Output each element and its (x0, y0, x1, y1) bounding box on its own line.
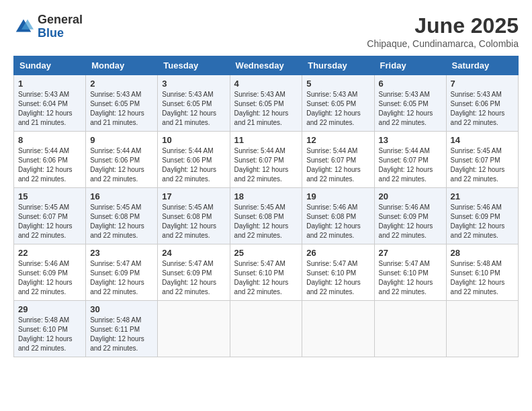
day-number: 16 (90, 191, 153, 201)
logo: General Blue (13, 13, 83, 40)
day-info: Sunrise: 5:47 AM Sunset: 6:09 PM Dayligh… (162, 259, 225, 297)
day-number: 14 (451, 135, 514, 145)
calendar-day-cell: 10 Sunrise: 5:44 AM Sunset: 6:06 PM Dayl… (158, 132, 230, 188)
location-title: Chipaque, Cundinamarca, Colombia (367, 38, 519, 49)
calendar-day-cell: 14 Sunrise: 5:45 AM Sunset: 6:07 PM Dayl… (446, 132, 518, 188)
day-number: 13 (379, 135, 442, 145)
day-of-week-header: Sunday (14, 56, 86, 75)
calendar-day-cell: 7 Sunrise: 5:43 AM Sunset: 6:06 PM Dayli… (446, 75, 518, 132)
calendar-day-cell: 27 Sunrise: 5:47 AM Sunset: 6:10 PM Dayl… (374, 244, 446, 301)
day-info: Sunrise: 5:45 AM Sunset: 6:08 PM Dayligh… (90, 203, 153, 240)
day-info: Sunrise: 5:43 AM Sunset: 6:05 PM Dayligh… (306, 90, 369, 128)
day-number: 17 (162, 191, 225, 201)
day-info: Sunrise: 5:46 AM Sunset: 6:09 PM Dayligh… (451, 203, 514, 240)
day-number: 22 (18, 248, 81, 258)
calendar-day-cell: 11 Sunrise: 5:44 AM Sunset: 6:07 PM Dayl… (230, 132, 302, 188)
day-number: 15 (18, 191, 81, 201)
calendar-day-cell: 26 Sunrise: 5:47 AM Sunset: 6:10 PM Dayl… (302, 244, 374, 301)
day-number: 25 (234, 248, 298, 258)
day-number: 7 (451, 79, 514, 89)
day-info: Sunrise: 5:44 AM Sunset: 6:07 PM Dayligh… (379, 146, 442, 184)
calendar-day-cell (230, 301, 302, 357)
calendar-table: SundayMondayTuesdayWednesdayThursdayFrid… (13, 56, 519, 357)
calendar-day-cell: 20 Sunrise: 5:46 AM Sunset: 6:09 PM Dayl… (374, 188, 446, 244)
day-info: Sunrise: 5:44 AM Sunset: 6:07 PM Dayligh… (234, 146, 298, 184)
day-of-week-header: Friday (374, 56, 446, 75)
calendar-week-row: 15 Sunrise: 5:45 AM Sunset: 6:07 PM Dayl… (14, 188, 519, 244)
day-number: 30 (90, 304, 153, 314)
day-number: 18 (234, 191, 298, 201)
calendar-day-cell: 19 Sunrise: 5:46 AM Sunset: 6:08 PM Dayl… (302, 188, 374, 244)
calendar-week-row: 29 Sunrise: 5:48 AM Sunset: 6:10 PM Dayl… (14, 301, 519, 357)
day-of-week-header: Tuesday (158, 56, 230, 75)
day-number: 28 (451, 248, 514, 258)
calendar-day-cell: 6 Sunrise: 5:43 AM Sunset: 6:05 PM Dayli… (374, 75, 446, 132)
day-number: 8 (18, 135, 81, 145)
day-info: Sunrise: 5:48 AM Sunset: 6:10 PM Dayligh… (451, 259, 514, 297)
day-number: 10 (162, 135, 225, 145)
day-number: 24 (162, 248, 225, 258)
day-info: Sunrise: 5:45 AM Sunset: 6:08 PM Dayligh… (234, 203, 298, 240)
calendar-day-cell: 2 Sunrise: 5:43 AM Sunset: 6:05 PM Dayli… (86, 75, 158, 132)
day-info: Sunrise: 5:43 AM Sunset: 6:05 PM Dayligh… (90, 90, 153, 128)
day-of-week-header: Monday (86, 56, 158, 75)
day-number: 6 (379, 79, 442, 89)
calendar-day-cell: 4 Sunrise: 5:43 AM Sunset: 6:05 PM Dayli… (230, 75, 302, 132)
day-info: Sunrise: 5:48 AM Sunset: 6:11 PM Dayligh… (90, 316, 153, 353)
day-info: Sunrise: 5:44 AM Sunset: 6:07 PM Dayligh… (306, 146, 369, 184)
day-info: Sunrise: 5:47 AM Sunset: 6:09 PM Dayligh… (90, 259, 153, 297)
calendar-week-row: 8 Sunrise: 5:44 AM Sunset: 6:06 PM Dayli… (14, 132, 519, 188)
day-number: 2 (90, 79, 153, 89)
day-number: 5 (306, 79, 369, 89)
day-of-week-header: Thursday (302, 56, 374, 75)
calendar-day-cell: 28 Sunrise: 5:48 AM Sunset: 6:10 PM Dayl… (446, 244, 518, 301)
calendar-day-cell: 22 Sunrise: 5:46 AM Sunset: 6:09 PM Dayl… (14, 244, 86, 301)
calendar-day-cell: 5 Sunrise: 5:43 AM Sunset: 6:05 PM Dayli… (302, 75, 374, 132)
calendar-day-cell (158, 301, 230, 357)
calendar-day-cell: 12 Sunrise: 5:44 AM Sunset: 6:07 PM Dayl… (302, 132, 374, 188)
calendar-day-cell: 16 Sunrise: 5:45 AM Sunset: 6:08 PM Dayl… (86, 188, 158, 244)
day-of-week-header: Wednesday (230, 56, 302, 75)
day-info: Sunrise: 5:47 AM Sunset: 6:10 PM Dayligh… (306, 259, 369, 297)
day-info: Sunrise: 5:47 AM Sunset: 6:10 PM Dayligh… (379, 259, 442, 297)
day-number: 19 (306, 191, 369, 201)
day-info: Sunrise: 5:45 AM Sunset: 6:08 PM Dayligh… (162, 203, 225, 240)
day-info: Sunrise: 5:43 AM Sunset: 6:04 PM Dayligh… (18, 90, 81, 128)
page-header: General Blue June 2025 Chipaque, Cundina… (13, 13, 519, 49)
calendar-day-cell: 15 Sunrise: 5:45 AM Sunset: 6:07 PM Dayl… (14, 188, 86, 244)
day-number: 11 (234, 135, 298, 145)
day-info: Sunrise: 5:43 AM Sunset: 6:06 PM Dayligh… (451, 90, 514, 128)
day-number: 4 (234, 79, 298, 89)
day-number: 12 (306, 135, 369, 145)
day-info: Sunrise: 5:44 AM Sunset: 6:06 PM Dayligh… (162, 146, 225, 184)
day-info: Sunrise: 5:45 AM Sunset: 6:07 PM Dayligh… (451, 146, 514, 184)
calendar-day-cell: 24 Sunrise: 5:47 AM Sunset: 6:09 PM Dayl… (158, 244, 230, 301)
calendar-header-row: SundayMondayTuesdayWednesdayThursdayFrid… (14, 56, 519, 75)
day-info: Sunrise: 5:44 AM Sunset: 6:06 PM Dayligh… (18, 146, 81, 184)
calendar-day-cell: 18 Sunrise: 5:45 AM Sunset: 6:08 PM Dayl… (230, 188, 302, 244)
day-info: Sunrise: 5:46 AM Sunset: 6:09 PM Dayligh… (379, 203, 442, 240)
calendar-day-cell (374, 301, 446, 357)
day-info: Sunrise: 5:46 AM Sunset: 6:09 PM Dayligh… (18, 259, 81, 297)
day-number: 29 (18, 304, 81, 314)
day-number: 26 (306, 248, 369, 258)
calendar-day-cell: 3 Sunrise: 5:43 AM Sunset: 6:05 PM Dayli… (158, 75, 230, 132)
calendar-week-row: 22 Sunrise: 5:46 AM Sunset: 6:09 PM Dayl… (14, 244, 519, 301)
calendar-day-cell: 25 Sunrise: 5:47 AM Sunset: 6:10 PM Dayl… (230, 244, 302, 301)
day-number: 1 (18, 79, 81, 89)
calendar-day-cell: 9 Sunrise: 5:44 AM Sunset: 6:06 PM Dayli… (86, 132, 158, 188)
day-info: Sunrise: 5:47 AM Sunset: 6:10 PM Dayligh… (234, 259, 298, 297)
day-number: 3 (162, 79, 225, 89)
month-title: June 2025 (367, 13, 519, 38)
calendar-day-cell (302, 301, 374, 357)
calendar-day-cell (446, 301, 518, 357)
day-info: Sunrise: 5:44 AM Sunset: 6:06 PM Dayligh… (90, 146, 153, 184)
calendar-day-cell: 23 Sunrise: 5:47 AM Sunset: 6:09 PM Dayl… (86, 244, 158, 301)
calendar-day-cell: 29 Sunrise: 5:48 AM Sunset: 6:10 PM Dayl… (14, 301, 86, 357)
calendar-day-cell: 30 Sunrise: 5:48 AM Sunset: 6:11 PM Dayl… (86, 301, 158, 357)
calendar-day-cell: 8 Sunrise: 5:44 AM Sunset: 6:06 PM Dayli… (14, 132, 86, 188)
day-number: 27 (379, 248, 442, 258)
day-info: Sunrise: 5:43 AM Sunset: 6:05 PM Dayligh… (162, 90, 225, 128)
day-number: 20 (379, 191, 442, 201)
calendar-day-cell: 13 Sunrise: 5:44 AM Sunset: 6:07 PM Dayl… (374, 132, 446, 188)
